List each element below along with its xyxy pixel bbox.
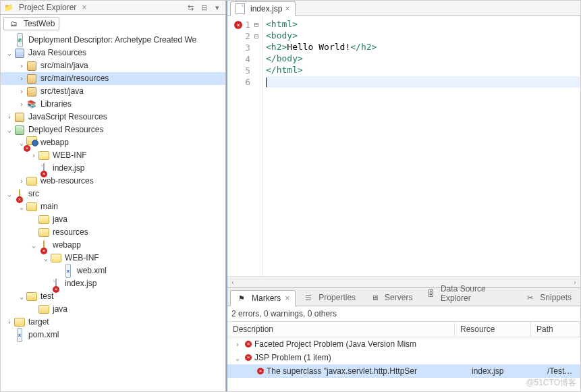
expand-icon[interactable]: › — [5, 111, 14, 123]
node-icon: × — [51, 279, 61, 289]
expand-icon[interactable]: › — [17, 85, 26, 98]
expand-icon[interactable]: › — [17, 72, 26, 85]
scroll-left-icon[interactable]: ‹ — [227, 277, 238, 287]
tree-node[interactable]: ›JavaScript Resources — [1, 111, 225, 123]
marker-description: JSP Problem (1 item) — [254, 353, 331, 362]
fold-icon[interactable]: ⊟ — [253, 20, 260, 29]
tree-node[interactable]: ⌄×webapp — [1, 239, 225, 252]
expand-icon[interactable]: › — [17, 175, 26, 188]
editor-hscrollbar[interactable]: ‹ › — [227, 276, 580, 287]
col-path[interactable]: Path — [531, 322, 580, 337]
tree-node[interactable]: ⌄×webapp — [1, 136, 225, 149]
error-marker-icon[interactable]: × — [234, 21, 242, 29]
tree-node[interactable]: xpom.xml — [1, 329, 225, 341]
expand-icon[interactable]: ⌄ — [29, 239, 38, 252]
editor-tab[interactable]: index.jsp × — [230, 1, 296, 16]
node-label: webapp — [51, 239, 82, 252]
tree-node[interactable]: ⎚Deployment Descriptor: Archetype Create… — [1, 34, 225, 47]
code-line[interactable]: </html> — [266, 65, 580, 76]
node-label: index.jsp — [63, 277, 98, 290]
expand-icon[interactable]: ⌄ — [233, 354, 242, 362]
tree-node[interactable]: ⌄WEB-INF — [1, 252, 225, 264]
tree-node[interactable]: java — [1, 303, 225, 316]
tree-node[interactable]: ×index.jsp — [1, 277, 225, 290]
tree-node[interactable]: ›WEB-INF — [1, 149, 225, 162]
node-label: JavaScript Resources — [27, 111, 109, 123]
tree-node[interactable]: ›src/main/resources — [1, 72, 225, 85]
expand-icon[interactable]: › — [29, 149, 38, 162]
tab-icon: ✂ — [524, 292, 535, 303]
node-label: resources — [51, 226, 90, 239]
explorer-header: 📁 Project Explorer × ⇆ ⊟ ▾ — [1, 1, 225, 15]
tree-node[interactable]: ⌄main — [1, 200, 225, 213]
link-with-editor-icon[interactable]: ⇆ — [185, 2, 196, 13]
scroll-right-icon[interactable]: › — [570, 277, 580, 287]
panel-tab-servers[interactable]: 🖥Servers — [363, 289, 418, 306]
expand-icon[interactable]: ⌄ — [5, 123, 14, 136]
tree-node[interactable]: ⌄×src — [1, 188, 225, 200]
markers-table[interactable]: Description Resource Path ›×Faceted Proj… — [227, 321, 580, 391]
editor-code[interactable]: <html><body><h2>Hello World!</h2></body>… — [263, 16, 580, 276]
node-icon — [38, 215, 49, 225]
close-icon[interactable]: × — [285, 4, 289, 13]
expand-icon[interactable]: ⌄ — [5, 188, 14, 200]
collapse-all-icon[interactable]: ⊟ — [198, 2, 209, 13]
tree-node[interactable]: ›target — [1, 316, 225, 329]
tab-label: Properties — [319, 293, 356, 302]
marker-row[interactable]: ×The superclass "javax.servlet.http.Http… — [227, 364, 580, 378]
panel-tab-properties[interactable]: ☰Properties — [297, 289, 362, 306]
code-line[interactable]: <h2>Hello World!</h2> — [266, 42, 580, 53]
panel-tab-data-source-explorer[interactable]: 🗄Data Source Explorer — [420, 281, 517, 306]
node-icon: 📚 — [26, 99, 37, 110]
tree-node[interactable]: ›src/test/java — [1, 85, 225, 98]
code-line[interactable]: </body> — [266, 53, 580, 65]
col-description[interactable]: Description — [227, 322, 455, 337]
close-icon[interactable]: × — [285, 293, 289, 303]
explorer-toolbar: 🗂 TestWeb — [1, 15, 225, 32]
editor-gutter: ×1⊟2⊟3456 — [227, 16, 263, 276]
code-editor[interactable]: ×1⊟2⊟3456 <html><body><h2>Hello World!</… — [227, 16, 580, 276]
marker-row[interactable]: ›×Faceted Project Problem (Java Version … — [227, 337, 580, 351]
tree-node[interactable]: resources — [1, 226, 225, 239]
node-label: test — [39, 290, 55, 303]
tree-node[interactable]: ⌄test — [1, 290, 225, 303]
tree-node[interactable]: ⌄Deployed Resources — [1, 123, 225, 136]
node-icon: ⎚ — [14, 35, 25, 46]
problems-panel: ⚑Markers×☰Properties🖥Servers🗄Data Source… — [227, 288, 580, 391]
tab-label: Snippets — [540, 293, 572, 302]
tree-node[interactable]: xweb.xml — [1, 264, 225, 277]
tree-node[interactable]: java — [1, 213, 225, 226]
editor-tabstrip: index.jsp × — [227, 1, 580, 16]
expand-icon[interactable]: › — [5, 316, 14, 329]
expand-icon[interactable]: › — [17, 59, 26, 72]
tree-node[interactable]: ›src/main/java — [1, 59, 225, 72]
tree-node[interactable]: ›📚Libraries — [1, 98, 225, 111]
node-icon — [26, 291, 37, 302]
explorer-icon: 📁 — [3, 2, 14, 13]
tree-node[interactable]: ›web-resources — [1, 175, 225, 188]
col-resource[interactable]: Resource — [455, 322, 531, 337]
panel-tab-snippets[interactable]: ✂Snippets — [518, 289, 578, 306]
expand-icon[interactable]: ⌄ — [5, 47, 14, 59]
tree-node[interactable]: ×index.jsp — [1, 162, 225, 175]
marker-row[interactable]: ⌄×JSP Problem (1 item) — [227, 351, 580, 364]
project-tab-label: TestWeb — [24, 19, 55, 28]
tree-node[interactable]: ⌄Java Resources — [1, 47, 225, 59]
close-icon[interactable]: × — [82, 3, 86, 12]
view-menu-icon[interactable]: ▾ — [212, 2, 223, 13]
line-number: 3 — [245, 43, 250, 53]
node-label: WEB-INF — [63, 252, 101, 264]
code-line[interactable]: <body> — [266, 30, 580, 42]
expand-icon[interactable]: ⌄ — [17, 290, 26, 303]
project-tree[interactable]: ⎚Deployment Descriptor: Archetype Create… — [1, 32, 225, 391]
expand-icon[interactable]: › — [233, 341, 242, 348]
panel-tab-markers[interactable]: ⚑Markers× — [230, 290, 296, 306]
project-tab[interactable]: 🗂 TestWeb — [3, 17, 59, 30]
fold-icon[interactable]: ⊟ — [253, 32, 260, 40]
node-icon: × — [26, 138, 37, 148]
markers-header-row: Description Resource Path — [227, 322, 580, 337]
code-line[interactable]: <html> — [266, 19, 580, 30]
expand-icon[interactable]: › — [17, 98, 26, 111]
code-line[interactable] — [266, 76, 580, 88]
line-number: 4 — [245, 54, 250, 64]
